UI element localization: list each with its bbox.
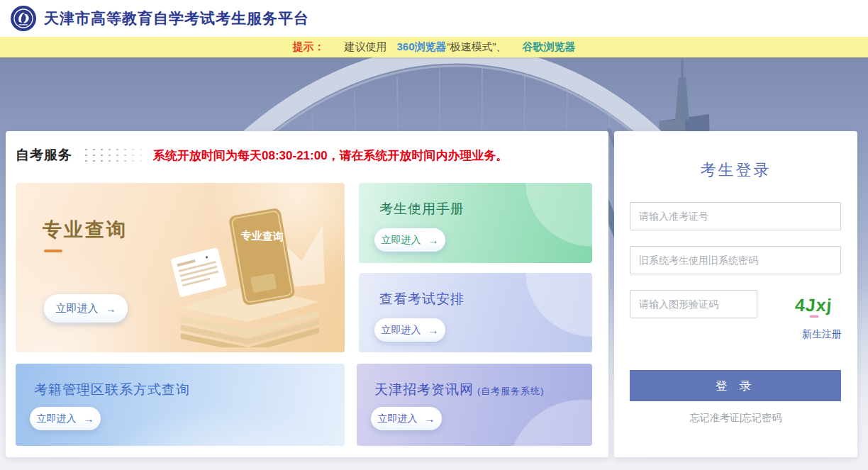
card-title: 考生使用手册 [379, 200, 464, 218]
card-title: 查看考试安排 [379, 290, 464, 308]
section-title: 自考服务 [16, 146, 72, 164]
card-title: 考籍管理区联系方式查询 [34, 381, 190, 399]
captcha-code: 4Jxj [794, 295, 833, 315]
card-candidate-manual[interactable]: 考生使用手册 立即进入 → [359, 183, 592, 263]
enter-button-label: 立即进入 [56, 302, 99, 315]
arrow-right-icon: → [425, 413, 435, 425]
dots-decoration [82, 145, 148, 165]
notice-label: 提示： [292, 40, 324, 54]
services-panel: 自考服务 系统开放时间为每天08:30-21:00，请在系统开放时间内办理业务。… [6, 131, 608, 457]
link-360-browser[interactable]: 360浏览器 [396, 40, 446, 54]
login-title: 考生登录 [614, 160, 857, 181]
notice-mode-suffix: “极速模式”、 [447, 40, 507, 54]
card-major-query[interactable]: 专业查询 专业查询 [16, 183, 345, 352]
top-header: 天津市高等教育自学考试考生服务平台 [0, 0, 868, 37]
card-subtitle: (自考服务系统) [477, 386, 545, 396]
enter-button-district-contact[interactable]: 立即进入 → [30, 407, 101, 430]
arrow-right-icon: → [428, 324, 439, 336]
arrow-right-icon: → [428, 234, 439, 246]
booklet-label: 专业查询 [240, 229, 284, 242]
system-open-notice: 系统开放时间为每天08:30-21:00，请在系统开放时间内办理业务。 [153, 147, 508, 164]
browser-notice-bar: 提示： 建议使用 360浏览器 “极速模式”、 谷歌浏览器 [0, 37, 868, 57]
arrow-right-icon: → [84, 413, 94, 425]
forgot-credentials-link[interactable]: 忘记准考证|忘记密码 [614, 412, 857, 425]
arrow-right-icon: → [106, 303, 116, 315]
captcha-input[interactable] [630, 290, 757, 318]
enter-button-label: 立即进入 [382, 324, 421, 337]
enter-button-exam-schedule[interactable]: 立即进入 → [374, 318, 445, 342]
login-panel: 考生登录 4Jxj 新生注册 登 录 忘记准考证|忘记密码 [614, 131, 857, 457]
enter-button-major-query[interactable]: 立即进入 → [44, 294, 128, 323]
section-header: 自考服务 系统开放时间为每天08:30-21:00，请在系统开放时间内办理业务。 [16, 145, 508, 165]
site-logo-icon [10, 5, 37, 32]
captcha-noise-mark [810, 315, 818, 318]
card-exam-schedule[interactable]: 查看考试安排 立即进入 → [359, 273, 592, 352]
enter-button-label: 立即进入 [378, 413, 418, 425]
site-title: 天津市高等教育自学考试考生服务平台 [44, 9, 309, 28]
notice-advice: 建议使用 [344, 40, 386, 54]
password-input[interactable] [630, 246, 841, 274]
login-button[interactable]: 登 录 [630, 370, 841, 401]
title-underline [44, 250, 62, 252]
enter-button-zhaokao-site[interactable]: 立即进入 → [371, 407, 442, 430]
captcha-image[interactable]: 4Jxj [783, 291, 844, 318]
new-student-register-link[interactable]: 新生注册 [802, 328, 842, 341]
major-query-illustration: 专业查询 [156, 191, 340, 347]
admission-ticket-input[interactable] [630, 202, 841, 230]
enter-button-label: 立即进入 [37, 413, 77, 425]
enter-button-candidate-manual[interactable]: 立即进入 → [374, 228, 445, 252]
page: 天津市高等教育自学考试考生服务平台 提示： 建议使用 360浏览器 “极速模式”… [0, 0, 868, 470]
link-google-browser[interactable]: 谷歌浏览器 [523, 40, 576, 54]
card-district-contact-query[interactable]: 考籍管理区联系方式查询 立即进入 → [16, 364, 345, 446]
card-title: 天津招考资讯网(自考服务系统) [374, 381, 545, 399]
card-title: 专业查询 [43, 217, 128, 242]
enter-button-label: 立即进入 [382, 234, 421, 247]
card-title-text: 天津招考资讯网 [374, 382, 474, 397]
card-tianjin-zhaokao-site[interactable]: 天津招考资讯网(自考服务系统) 立即进入 → [357, 364, 592, 446]
